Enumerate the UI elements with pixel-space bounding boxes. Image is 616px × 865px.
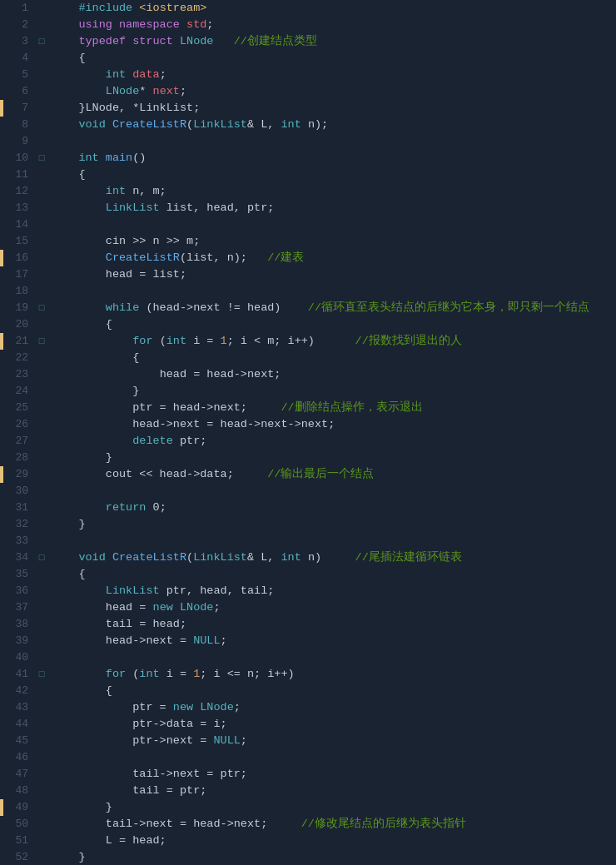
gutter-collapse bbox=[35, 466, 48, 483]
line-number: 7 bbox=[3, 100, 35, 117]
code-line: 6 LNode* next; bbox=[0, 83, 616, 100]
code-content: CreateListR(list, n); //建表 bbox=[48, 250, 616, 266]
gutter-collapse bbox=[35, 450, 48, 466]
line-number: 29 bbox=[3, 466, 35, 483]
gutter-collapse bbox=[35, 83, 48, 100]
gutter-collapse bbox=[35, 50, 48, 67]
code-line: 33 bbox=[0, 533, 616, 549]
gutter-collapse bbox=[35, 283, 48, 300]
line-number: 47 bbox=[3, 766, 35, 783]
gutter-collapse bbox=[35, 0, 48, 17]
code-content: void CreateListR(LinkList& L, int n); bbox=[48, 117, 616, 133]
code-content: L = head; bbox=[48, 833, 616, 849]
line-number: 46 bbox=[3, 749, 35, 766]
gutter-collapse[interactable]: □ bbox=[35, 333, 48, 350]
line-number: 21 bbox=[3, 333, 35, 350]
line-number: 50 bbox=[3, 816, 35, 833]
code-content: { bbox=[48, 167, 616, 183]
code-content: ptr = new LNode; bbox=[48, 699, 616, 716]
line-number: 30 bbox=[3, 483, 35, 500]
code-line: 17 head = list; bbox=[0, 266, 616, 283]
code-line: 50 tail->next = head->next; //修改尾结点的后继为表… bbox=[0, 816, 616, 833]
gutter-collapse bbox=[35, 233, 48, 250]
code-line: 37 head = new LNode; bbox=[0, 599, 616, 616]
line-number: 27 bbox=[3, 433, 35, 450]
code-content: int n, m; bbox=[48, 183, 616, 200]
code-line: 22 { bbox=[0, 350, 616, 366]
gutter-collapse[interactable]: □ bbox=[35, 549, 48, 566]
code-content: ptr->data = i; bbox=[48, 716, 616, 733]
line-number: 35 bbox=[3, 566, 35, 583]
line-number: 25 bbox=[3, 400, 35, 416]
gutter-collapse bbox=[35, 649, 48, 666]
code-content: int data; bbox=[48, 67, 616, 83]
code-content: } bbox=[48, 849, 616, 865]
code-editor: 1 #include <iostream>2 using namespace s… bbox=[0, 0, 616, 865]
code-line: 31 return 0; bbox=[0, 500, 616, 516]
line-number: 16 bbox=[3, 250, 35, 266]
code-line: 48 tail = ptr; bbox=[0, 783, 616, 799]
line-number: 20 bbox=[3, 316, 35, 333]
gutter-collapse bbox=[35, 383, 48, 400]
line-number: 4 bbox=[3, 50, 35, 67]
gutter-collapse[interactable]: □ bbox=[35, 150, 48, 167]
code-line: 20 { bbox=[0, 316, 616, 333]
code-content: int main() bbox=[48, 150, 616, 167]
gutter-collapse bbox=[35, 350, 48, 366]
gutter-collapse bbox=[35, 400, 48, 416]
line-number: 37 bbox=[3, 599, 35, 616]
code-content: { bbox=[48, 566, 616, 583]
line-number: 13 bbox=[3, 200, 35, 216]
gutter-collapse bbox=[35, 216, 48, 233]
gutter-collapse[interactable]: □ bbox=[35, 300, 48, 316]
code-line: 49 } bbox=[0, 799, 616, 816]
code-content bbox=[48, 649, 616, 666]
line-number: 19 bbox=[3, 300, 35, 316]
code-line: 38 tail = head; bbox=[0, 616, 616, 633]
line-number: 42 bbox=[3, 683, 35, 699]
gutter-collapse bbox=[35, 533, 48, 549]
line-number: 49 bbox=[3, 799, 35, 816]
gutter-collapse bbox=[35, 67, 48, 83]
code-content: return 0; bbox=[48, 500, 616, 516]
gutter-collapse bbox=[35, 766, 48, 783]
code-content: head = head->next; bbox=[48, 366, 616, 383]
code-line: 43 ptr = new LNode; bbox=[0, 699, 616, 716]
code-line: 2 using namespace std; bbox=[0, 17, 616, 33]
line-number: 9 bbox=[3, 133, 35, 150]
gutter-collapse bbox=[35, 716, 48, 733]
code-line: 9 bbox=[0, 133, 616, 150]
gutter-collapse bbox=[35, 250, 48, 266]
code-line: 26 head->next = head->next->next; bbox=[0, 416, 616, 433]
gutter-collapse bbox=[35, 17, 48, 33]
code-line: 40 bbox=[0, 649, 616, 666]
code-line: 14 bbox=[0, 216, 616, 233]
line-number: 2 bbox=[3, 17, 35, 33]
gutter-collapse bbox=[35, 633, 48, 649]
code-content: typedef struct LNode //创建结点类型 bbox=[48, 33, 616, 50]
gutter-collapse bbox=[35, 133, 48, 150]
gutter-collapse bbox=[35, 599, 48, 616]
line-number: 44 bbox=[3, 716, 35, 733]
gutter-collapse[interactable]: □ bbox=[35, 33, 48, 50]
line-number: 8 bbox=[3, 117, 35, 133]
line-number: 32 bbox=[3, 516, 35, 533]
gutter-collapse bbox=[35, 500, 48, 516]
code-line: 46 bbox=[0, 749, 616, 766]
code-content: #include <iostream> bbox=[48, 0, 616, 17]
code-content: LNode* next; bbox=[48, 83, 616, 100]
code-content: ptr->next = NULL; bbox=[48, 733, 616, 749]
code-content bbox=[48, 216, 616, 233]
code-content: LinkList ptr, head, tail; bbox=[48, 583, 616, 599]
line-number: 28 bbox=[3, 450, 35, 466]
code-line: 45 ptr->next = NULL; bbox=[0, 733, 616, 749]
line-number: 6 bbox=[3, 83, 35, 100]
gutter-collapse[interactable]: □ bbox=[35, 666, 48, 683]
line-number: 24 bbox=[3, 383, 35, 400]
code-content: } bbox=[48, 799, 616, 816]
line-number: 48 bbox=[3, 783, 35, 799]
code-content: for (int i = 1; i <= n; i++) bbox=[48, 666, 616, 683]
gutter-collapse bbox=[35, 200, 48, 216]
code-line: 52 } bbox=[0, 849, 616, 865]
gutter-collapse bbox=[35, 566, 48, 583]
